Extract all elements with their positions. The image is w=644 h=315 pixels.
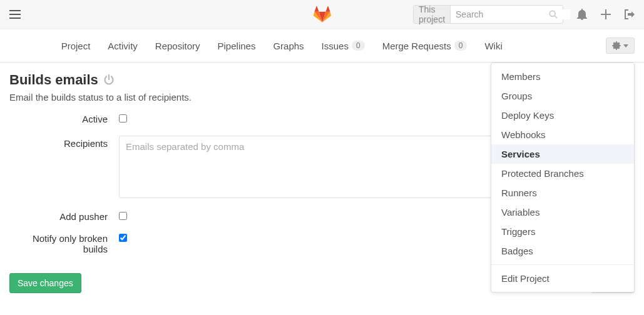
nav-wiki[interactable]: Wiki (484, 41, 502, 51)
dropdown-item-deploy-keys[interactable]: Deploy Keys (491, 106, 634, 125)
nav-mr-label: Merge Requests (382, 41, 451, 51)
search-scope[interactable]: This project (414, 6, 451, 23)
search-box[interactable]: This project (413, 5, 563, 24)
dropdown-item-groups[interactable]: Groups (491, 86, 634, 106)
chevron-down-icon (623, 44, 628, 48)
project-nav: Project Activity Repository Pipelines Gr… (0, 29, 644, 62)
save-button[interactable]: Save changes (9, 273, 81, 293)
power-icon (103, 74, 115, 86)
svg-line-1 (555, 16, 557, 18)
nav-activity[interactable]: Activity (108, 41, 138, 51)
settings-dropdown-button[interactable] (606, 38, 635, 54)
nav-issues[interactable]: Issues 0 (322, 41, 365, 51)
add-pusher-checkbox[interactable] (119, 212, 127, 220)
dropdown-item-services[interactable]: Services (491, 144, 634, 164)
nav-repository[interactable]: Repository (155, 41, 200, 51)
notify-broken-checkbox[interactable] (119, 234, 127, 242)
notify-broken-label: Notify only broken builds (9, 233, 119, 254)
nav-project[interactable]: Project (61, 41, 91, 51)
signout-icon[interactable] (625, 9, 635, 19)
nav-issues-label: Issues (322, 41, 349, 51)
recipients-label: Recipients (9, 136, 119, 200)
active-checkbox[interactable] (119, 114, 127, 122)
dropdown-item-runners[interactable]: Runners (491, 183, 634, 202)
active-label: Active (9, 114, 119, 124)
top-header: This project (0, 0, 644, 29)
svg-point-0 (549, 11, 555, 16)
search-icon (549, 10, 558, 19)
dropdown-item-members[interactable]: Members (491, 67, 634, 86)
settings-dropdown: MembersGroupsDeploy KeysWebhooksServices… (491, 62, 635, 292)
issues-badge: 0 (352, 41, 365, 51)
nav-merge-requests[interactable]: Merge Requests 0 (382, 41, 468, 51)
dropdown-item-badges[interactable]: Badges (491, 241, 634, 261)
nav-graphs[interactable]: Graphs (273, 41, 304, 51)
dropdown-divider (491, 264, 634, 265)
plus-icon[interactable] (601, 9, 611, 19)
dropdown-item-variables[interactable]: Variables (491, 202, 634, 222)
gear-icon (612, 41, 621, 50)
dropdown-item-webhooks[interactable]: Webhooks (491, 125, 634, 144)
nav-pipelines[interactable]: Pipelines (218, 41, 256, 51)
hamburger-icon[interactable] (9, 10, 21, 19)
bell-icon[interactable] (577, 9, 587, 20)
dropdown-edit-project[interactable]: Edit Project (491, 269, 634, 288)
dropdown-item-triggers[interactable]: Triggers (491, 222, 634, 241)
dropdown-item-protected-branches[interactable]: Protected Branches (491, 164, 634, 183)
gitlab-logo[interactable] (314, 6, 331, 22)
add-pusher-label: Add pusher (9, 211, 119, 222)
mr-badge: 0 (454, 41, 468, 51)
